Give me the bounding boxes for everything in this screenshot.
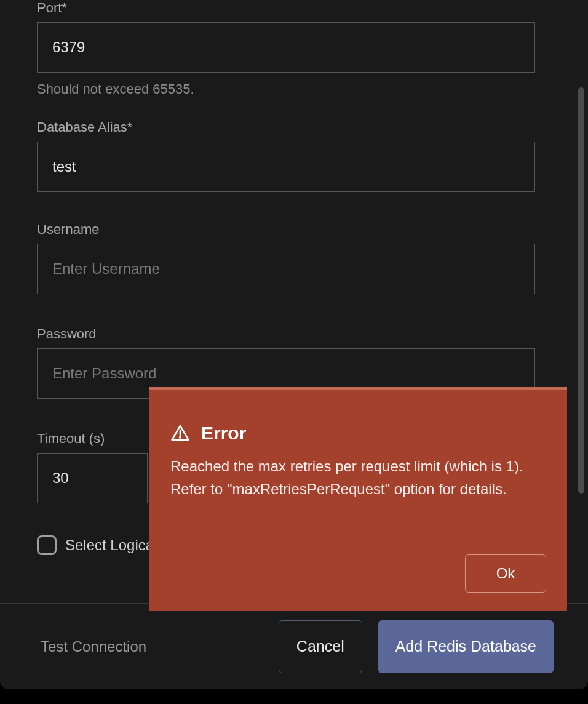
timeout-input[interactable] <box>37 453 148 503</box>
port-label: Port* <box>37 0 535 16</box>
toast-actions: Ok <box>170 554 546 593</box>
toast-header: Error <box>170 423 546 444</box>
footer-bar: Test Connection Cancel Add Redis Databas… <box>0 603 588 689</box>
alias-input[interactable] <box>37 142 535 192</box>
logical-db-checkbox[interactable] <box>37 535 57 555</box>
error-toast: Error Reached the max retries per reques… <box>149 387 567 611</box>
toast-title: Error <box>201 423 246 444</box>
username-label: Username <box>37 222 535 238</box>
warning-icon <box>170 423 190 443</box>
field-port: Port* Should not exceed 65535. <box>37 0 535 97</box>
alias-label: Database Alias* <box>37 119 535 135</box>
svg-point-1 <box>180 437 181 438</box>
port-input[interactable] <box>37 22 535 73</box>
username-input[interactable] <box>37 244 535 294</box>
cancel-button[interactable]: Cancel <box>279 620 362 673</box>
toast-message: Reached the max retries per request limi… <box>170 455 546 500</box>
toast-ok-button[interactable]: Ok <box>465 554 546 593</box>
field-username: Username <box>37 222 535 294</box>
vertical-scrollbar[interactable] <box>578 87 584 494</box>
port-hint: Should not exceed 65535. <box>37 81 535 97</box>
test-connection-link[interactable]: Test Connection <box>41 638 146 655</box>
field-alias: Database Alias* <box>37 119 535 192</box>
add-database-button[interactable]: Add Redis Database <box>378 620 554 673</box>
password-label: Password <box>37 326 535 342</box>
